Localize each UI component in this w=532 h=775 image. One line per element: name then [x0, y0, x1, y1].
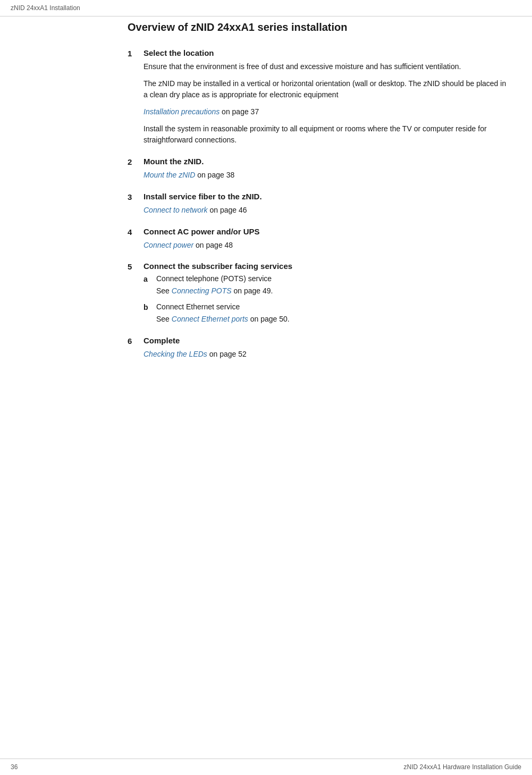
sub-step-b: b Connect Ethernet service See Connect E…	[143, 302, 511, 325]
step-3-number: 3	[128, 192, 143, 201]
step-2-label: Mount the zNID.	[143, 157, 511, 166]
step-1-label: Select the location	[143, 48, 511, 57]
page-title: Overview of zNID 24xxA1 series installat…	[128, 21, 511, 33]
step-6-number: 6	[128, 336, 143, 346]
step-1-number: 1	[128, 48, 143, 58]
step-1-para-2: The zNID may be installed in a vertical …	[143, 78, 511, 101]
sub-step-a-para: See Connecting POTS on page 49.	[156, 285, 511, 297]
header: zNID 24xxA1 Installation	[0, 0, 532, 16]
step-1-link-para: Installation precautions on page 37	[143, 106, 511, 118]
step-2: 2 Mount the zNID. Mount the zNID on page…	[128, 157, 511, 181]
sub-step-b-para: See Connect Ethernet ports on page 50.	[156, 314, 511, 325]
sub-step-a-label: Connect telephone (POTS) service	[156, 274, 511, 283]
step-4-link-para: Connect power on page 48	[143, 240, 511, 251]
step-6: 6 Complete Checking the LEDs on page 52	[128, 336, 511, 360]
header-text: zNID 24xxA1 Installation	[11, 4, 80, 12]
sub-step-a-letter: a	[143, 274, 156, 283]
step-5: 5 Connect the subscriber facing services…	[128, 262, 511, 325]
sub-step-a-link[interactable]: Connecting POTS	[172, 287, 232, 295]
step-1-para-1: Ensure that the environment is free of d…	[143, 61, 511, 73]
step-5-number: 5	[128, 262, 143, 271]
step-3: 3 Install service fiber to the zNID. Con…	[128, 192, 511, 216]
step-4-link[interactable]: Connect power	[143, 241, 193, 249]
step-4: 4 Connect AC power and/or UPS Connect po…	[128, 227, 511, 251]
footer: 36 zNID 24xxA1 Hardware Installation Gui…	[0, 759, 532, 775]
step-3-link-para: Connect to network on page 46	[143, 205, 511, 216]
step-2-link[interactable]: Mount the zNID	[143, 171, 195, 179]
step-1: 1 Select the location Ensure that the en…	[128, 48, 511, 146]
step-1-para-3: Install the system in reasonable proximi…	[143, 123, 511, 146]
footer-page-number: 36	[11, 763, 18, 771]
step-6-link-para: Checking the LEDs on page 52	[143, 349, 511, 360]
sub-step-b-letter: b	[143, 302, 156, 311]
step-2-number: 2	[128, 157, 143, 166]
step-4-label: Connect AC power and/or UPS	[143, 227, 511, 236]
step-1-link[interactable]: Installation precautions	[143, 107, 219, 116]
sub-step-b-label: Connect Ethernet service	[156, 302, 511, 311]
step-6-label: Complete	[143, 336, 511, 345]
step-2-link-para: Mount the zNID on page 38	[143, 170, 511, 181]
step-3-link[interactable]: Connect to network	[143, 206, 208, 214]
main-content: Overview of zNID 24xxA1 series installat…	[128, 21, 511, 402]
sub-step-a: a Connect telephone (POTS) service See C…	[143, 274, 511, 297]
step-5-label: Connect the subscriber facing services	[143, 262, 511, 271]
step-6-link[interactable]: Checking the LEDs	[143, 350, 207, 358]
footer-guide-title: zNID 24xxA1 Hardware Installation Guide	[404, 763, 521, 771]
sub-step-b-link[interactable]: Connect Ethernet ports	[172, 315, 248, 323]
step-4-number: 4	[128, 227, 143, 237]
step-3-label: Install service fiber to the zNID.	[143, 192, 511, 201]
